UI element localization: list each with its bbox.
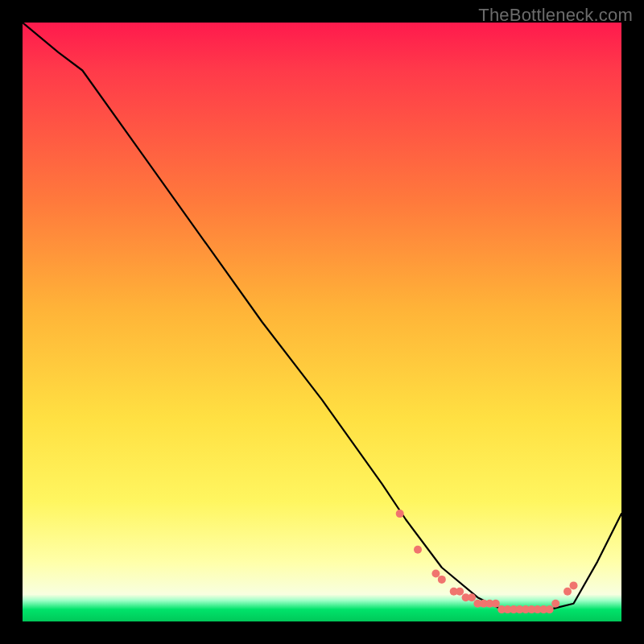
highlight-dot (438, 576, 446, 584)
outer-black-frame: TheBottleneck.com (0, 0, 644, 644)
bottleneck-curve-path (23, 23, 621, 609)
highlight-dot (396, 510, 404, 518)
highlight-dot (564, 588, 572, 596)
plot-area (23, 23, 621, 621)
highlight-dot (431, 570, 440, 578)
highlight-dot (492, 600, 500, 608)
chart-svg (23, 23, 621, 621)
highlight-dot (456, 588, 464, 596)
highlight-dot (551, 600, 559, 608)
highlight-dots-group (396, 510, 578, 613)
highlight-dot (570, 581, 578, 589)
highlight-dot (468, 593, 476, 601)
highlight-dot (546, 605, 554, 613)
highlight-dot (414, 546, 422, 554)
